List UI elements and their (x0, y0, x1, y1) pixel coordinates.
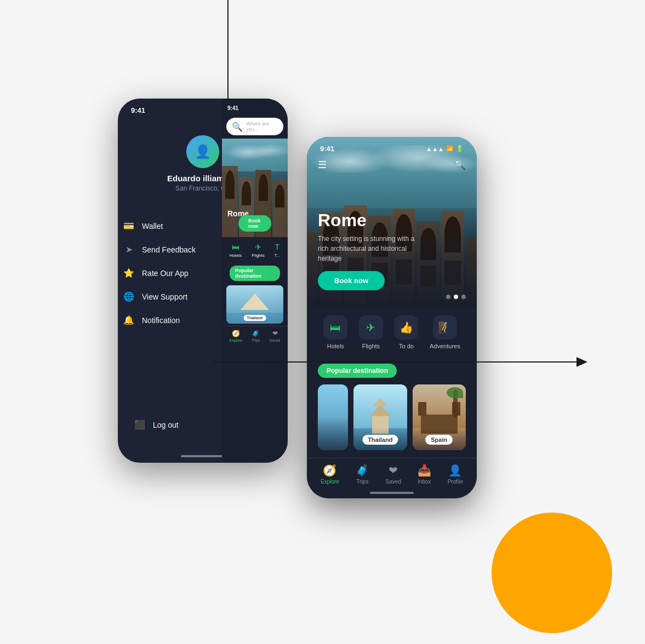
phone2-status-bar: 9:41 ▲▲▲ 📶 🔋 (307, 137, 477, 157)
notification-label: Notification (142, 316, 180, 325)
explore-nav-icon: 🧭 (232, 330, 240, 337)
adventures-icon-circle: 🧗 (433, 315, 457, 340)
preview-thailand-label: Thailand (244, 315, 266, 321)
preview-book-button[interactable]: Book now (238, 215, 271, 232)
preview-search-bar[interactable]: 🔍 Where are you... (226, 118, 283, 135)
dest-card-spain[interactable]: Spain (413, 384, 466, 450)
category-todo[interactable]: 👍 To do (394, 315, 418, 349)
nav-explore[interactable]: 🧭 Explore (321, 464, 339, 485)
adventures-icon: 🧗 (438, 321, 452, 334)
ph2-battery-icon: 🔋 (456, 145, 464, 152)
ph2-wifi-icon: 📶 (446, 145, 454, 152)
preview-popular-badge: Popular destination (230, 266, 280, 281)
flights-icon: ✈ (255, 243, 261, 251)
feedback-icon: ➤ (123, 244, 134, 255)
nav-saved[interactable]: ❤ Saved (386, 464, 401, 485)
arrow-line (214, 361, 586, 363)
hero-content: Rome The city setting is stunning with a… (318, 210, 466, 290)
todo-icon: 👍 (399, 321, 413, 334)
nav-profile[interactable]: 👤 Profile (448, 464, 463, 485)
dot-1 (446, 295, 450, 299)
preview-flights-label: Flights (252, 253, 265, 258)
preview-bottom-nav: 🧭 Explore 🧳 Trips ❤ Saved (222, 326, 288, 346)
search-icon[interactable]: 🔍 (454, 159, 466, 171)
preview-cat-todo[interactable]: T T... (274, 243, 280, 258)
category-flights[interactable]: ✈ Flights (359, 315, 383, 349)
hero-section: ☰ 🔍 Rome The city setting is stunning wi… (307, 137, 477, 307)
todo-icon: T (275, 243, 280, 251)
phone1-time: 9:41 (131, 106, 145, 114)
preview-hotels-label: Hotels (230, 253, 242, 258)
preview-search-icon: 🔍 (232, 122, 243, 132)
dest-card-partial-left[interactable] (318, 384, 348, 450)
orange-circle-decoration (492, 513, 612, 633)
preview-nav-trips[interactable]: 🧳 Trips (252, 330, 260, 342)
destinations-row: Thailand Spain (318, 384, 466, 450)
logout-label: Log out (153, 421, 179, 429)
phone1-home-indicator (181, 455, 225, 457)
phone1-app-preview: 9:41 🔍 Where are you... (222, 99, 288, 463)
preview-cat-flights[interactable]: ✈ Flights (252, 243, 265, 258)
preview-destinations: Thailand (226, 285, 283, 324)
dot-3[interactable] (461, 295, 466, 299)
hotels-icon: 🛏 (330, 321, 341, 334)
popular-destination-badge: Popular destination (318, 364, 397, 378)
hero-city-name: Rome (318, 210, 466, 231)
phone2-time: 9:41 (320, 145, 334, 153)
hero-carousel-dots (446, 295, 466, 299)
category-hotels[interactable]: 🛏 Hotels (323, 315, 347, 349)
explore-nav-label: Explore (321, 479, 339, 485)
nav-trips[interactable]: 🧳 Trips (356, 464, 369, 485)
explore-nav-icon: 🧭 (323, 464, 336, 477)
flights-icon-circle: ✈ (359, 315, 383, 340)
dot-2[interactable] (454, 295, 458, 299)
support-label: View Support (142, 292, 187, 301)
popular-section: Popular destination Thailand (307, 358, 477, 456)
inbox-nav-icon: 📥 (418, 464, 431, 477)
hero-header: ☰ 🔍 (307, 159, 477, 171)
category-adventures[interactable]: 🧗 Adventures (430, 315, 460, 349)
hotels-label: Hotels (327, 343, 344, 349)
phone2-home-indicator (370, 492, 414, 494)
phone2-main-screen: 9:41 ▲▲▲ 📶 🔋 (307, 137, 477, 498)
rate-label: Rate Our App (142, 269, 189, 278)
hotels-icon: 🛏 (232, 243, 239, 251)
hero-book-button[interactable]: Book now (318, 271, 385, 290)
preview-time: 9:41 (227, 105, 238, 111)
preview-trips-label: Trips (252, 338, 260, 342)
notification-icon: 🔔 (123, 315, 134, 325)
preview-nav-saved[interactable]: ❤ Saved (270, 330, 281, 342)
spain-label: Spain (425, 435, 453, 445)
profile-nav-label: Profile (448, 479, 463, 485)
preview-popular-section: Popular destination (222, 263, 288, 283)
profile-nav-icon: 👤 (448, 464, 462, 477)
phone2-status-icons: ▲▲▲ 📶 🔋 (426, 145, 464, 152)
hamburger-icon[interactable]: ☰ (318, 159, 327, 171)
flights-icon: ✈ (366, 321, 375, 334)
feedback-label: Send Feedback (142, 245, 196, 254)
support-icon: 🌐 (123, 291, 134, 302)
trips-nav-icon: 🧳 (356, 464, 369, 477)
saved-nav-icon: ❤ (389, 464, 398, 477)
flights-label: Flights (362, 343, 380, 349)
hotels-icon-circle: 🛏 (323, 315, 347, 340)
preview-categories: 🛏 Hotels ✈ Flights T T... (222, 237, 288, 263)
trips-nav-icon: 🧳 (252, 330, 260, 337)
user-avatar: 👤 (186, 135, 219, 168)
preview-explore-label: Explore (230, 338, 243, 342)
nav-inbox[interactable]: 📥 Inbox (418, 464, 431, 485)
preview-todo-label: T... (274, 253, 280, 258)
preview-dest-thailand[interactable]: Thailand (226, 285, 283, 324)
preview-nav-explore[interactable]: 🧭 Explore (230, 330, 243, 342)
ph2-signal-icon: ▲▲▲ (426, 146, 444, 152)
todo-label: To do (399, 343, 414, 349)
hero-description: The city setting is stunning with a rich… (318, 234, 416, 263)
preview-cat-hotels[interactable]: 🛏 Hotels (230, 243, 242, 258)
categories-row: 🛏 Hotels ✈ Flights 👍 To do 🧗 A (318, 315, 466, 349)
todo-icon-circle: 👍 (394, 315, 418, 340)
dest-card-thailand[interactable]: Thailand (353, 384, 407, 450)
categories-section: 🛏 Hotels ✈ Flights 👍 To do 🧗 A (307, 307, 477, 358)
logout-item[interactable]: ⬛ Log out (134, 419, 179, 430)
rate-icon: ⭐ (123, 268, 134, 278)
wallet-icon: 💳 (123, 221, 134, 231)
